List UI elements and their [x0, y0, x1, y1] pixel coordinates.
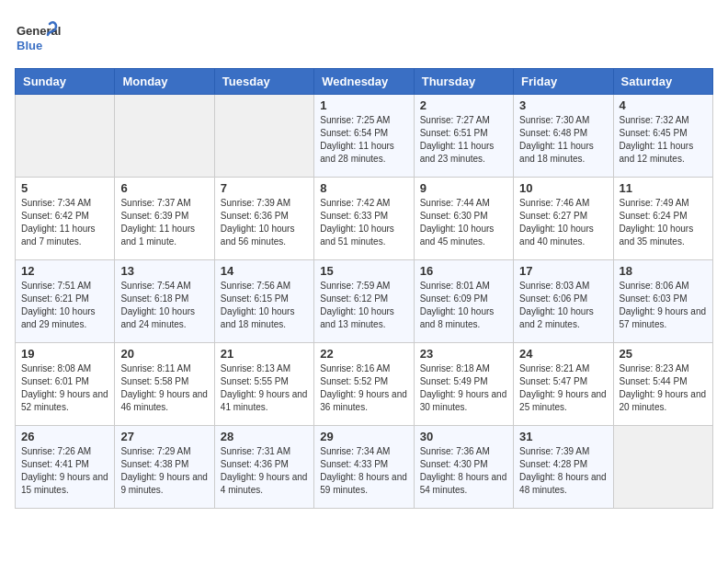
day-number: 3	[519, 98, 607, 112]
day-info: Sunrise: 7:42 AMSunset: 6:33 PMDaylight:…	[320, 197, 407, 248]
day-cell: 27Sunrise: 7:29 AMSunset: 4:38 PMDayligh…	[115, 426, 214, 509]
day-cell: 18Sunrise: 8:06 AMSunset: 6:03 PMDayligh…	[613, 260, 712, 343]
day-number: 1	[320, 98, 407, 112]
day-number: 20	[120, 347, 208, 361]
day-cell: 1Sunrise: 7:25 AMSunset: 6:54 PMDaylight…	[314, 95, 414, 178]
day-info: Sunrise: 7:37 AMSunset: 6:39 PMDaylight:…	[120, 197, 208, 248]
logo-svg: General Blue	[15, 15, 61, 61]
day-info: Sunrise: 7:32 AMSunset: 6:45 PMDaylight:…	[620, 114, 707, 166]
column-header-monday: Monday	[115, 69, 214, 95]
week-row-5: 26Sunrise: 7:26 AMSunset: 4:41 PMDayligh…	[16, 426, 713, 509]
day-info: Sunrise: 7:59 AMSunset: 6:12 PMDaylight:…	[320, 280, 407, 331]
day-cell	[214, 95, 313, 178]
week-row-2: 5Sunrise: 7:34 AMSunset: 6:42 PMDaylight…	[16, 178, 713, 260]
day-info: Sunrise: 7:39 AMSunset: 4:28 PMDaylight:…	[519, 445, 607, 497]
day-number: 29	[320, 430, 407, 443]
day-info: Sunrise: 7:26 AMSunset: 4:41 PMDaylight:…	[21, 445, 108, 497]
day-info: Sunrise: 7:46 AMSunset: 6:27 PMDaylight:…	[519, 197, 607, 248]
week-row-4: 19Sunrise: 8:08 AMSunset: 6:01 PMDayligh…	[16, 343, 713, 426]
column-header-thursday: Thursday	[414, 69, 513, 95]
day-number: 9	[420, 181, 507, 195]
day-number: 16	[420, 264, 507, 278]
day-info: Sunrise: 7:30 AMSunset: 6:48 PMDaylight:…	[519, 114, 607, 166]
day-cell: 26Sunrise: 7:26 AMSunset: 4:41 PMDayligh…	[16, 426, 115, 509]
day-info: Sunrise: 7:36 AMSunset: 4:30 PMDaylight:…	[420, 445, 507, 497]
day-info: Sunrise: 7:54 AMSunset: 6:18 PMDaylight:…	[120, 280, 208, 331]
day-number: 23	[420, 347, 507, 361]
day-number: 4	[620, 98, 707, 112]
day-cell: 3Sunrise: 7:30 AMSunset: 6:48 PMDaylight…	[514, 95, 613, 178]
day-cell: 16Sunrise: 8:01 AMSunset: 6:09 PMDayligh…	[414, 260, 513, 343]
column-header-friday: Friday	[514, 69, 613, 95]
day-cell	[115, 95, 214, 178]
day-number: 22	[320, 347, 407, 361]
day-cell: 13Sunrise: 7:54 AMSunset: 6:18 PMDayligh…	[115, 260, 214, 343]
column-header-sunday: Sunday	[16, 69, 115, 95]
day-number: 30	[420, 430, 507, 443]
day-info: Sunrise: 8:16 AMSunset: 5:52 PMDaylight:…	[320, 362, 407, 414]
day-cell: 28Sunrise: 7:31 AMSunset: 4:36 PMDayligh…	[214, 426, 313, 509]
day-cell: 4Sunrise: 7:32 AMSunset: 6:45 PMDaylight…	[613, 95, 712, 178]
day-info: Sunrise: 7:34 AMSunset: 4:33 PMDaylight:…	[320, 445, 407, 497]
day-cell: 10Sunrise: 7:46 AMSunset: 6:27 PMDayligh…	[514, 178, 613, 260]
day-info: Sunrise: 7:27 AMSunset: 6:51 PMDaylight:…	[420, 114, 507, 166]
calendar-header-row: SundayMondayTuesdayWednesdayThursdayFrid…	[16, 69, 713, 95]
day-cell: 25Sunrise: 8:23 AMSunset: 5:44 PMDayligh…	[613, 343, 712, 426]
day-info: Sunrise: 8:21 AMSunset: 5:47 PMDaylight:…	[519, 362, 607, 414]
logo: General Blue	[15, 15, 61, 61]
day-info: Sunrise: 7:31 AMSunset: 4:36 PMDaylight:…	[221, 445, 308, 497]
day-cell: 20Sunrise: 8:11 AMSunset: 5:58 PMDayligh…	[115, 343, 214, 426]
day-cell: 19Sunrise: 8:08 AMSunset: 6:01 PMDayligh…	[16, 343, 115, 426]
page-header: General Blue	[15, 15, 713, 61]
day-cell: 2Sunrise: 7:27 AMSunset: 6:51 PMDaylight…	[414, 95, 513, 178]
day-cell: 12Sunrise: 7:51 AMSunset: 6:21 PMDayligh…	[16, 260, 115, 343]
day-number: 11	[620, 181, 707, 195]
day-cell: 17Sunrise: 8:03 AMSunset: 6:06 PMDayligh…	[514, 260, 613, 343]
day-cell	[16, 95, 115, 178]
day-cell: 6Sunrise: 7:37 AMSunset: 6:39 PMDaylight…	[115, 178, 214, 260]
day-info: Sunrise: 8:13 AMSunset: 5:55 PMDaylight:…	[221, 362, 308, 414]
day-cell: 11Sunrise: 7:49 AMSunset: 6:24 PMDayligh…	[613, 178, 712, 260]
day-info: Sunrise: 7:49 AMSunset: 6:24 PMDaylight:…	[620, 197, 707, 248]
day-number: 14	[221, 264, 308, 278]
day-number: 31	[519, 430, 607, 443]
day-cell: 22Sunrise: 8:16 AMSunset: 5:52 PMDayligh…	[314, 343, 414, 426]
day-number: 24	[519, 347, 607, 361]
day-info: Sunrise: 8:01 AMSunset: 6:09 PMDaylight:…	[420, 280, 507, 331]
day-info: Sunrise: 8:06 AMSunset: 6:03 PMDaylight:…	[620, 280, 707, 331]
day-cell: 8Sunrise: 7:42 AMSunset: 6:33 PMDaylight…	[314, 178, 414, 260]
day-info: Sunrise: 8:23 AMSunset: 5:44 PMDaylight:…	[620, 362, 707, 414]
day-cell: 31Sunrise: 7:39 AMSunset: 4:28 PMDayligh…	[514, 426, 613, 509]
column-header-tuesday: Tuesday	[214, 69, 313, 95]
calendar-table: SundayMondayTuesdayWednesdayThursdayFrid…	[15, 68, 713, 509]
day-number: 19	[21, 347, 108, 361]
week-row-3: 12Sunrise: 7:51 AMSunset: 6:21 PMDayligh…	[16, 260, 713, 343]
day-cell: 23Sunrise: 8:18 AMSunset: 5:49 PMDayligh…	[414, 343, 513, 426]
day-number: 10	[519, 181, 607, 195]
day-cell: 24Sunrise: 8:21 AMSunset: 5:47 PMDayligh…	[514, 343, 613, 426]
day-cell: 29Sunrise: 7:34 AMSunset: 4:33 PMDayligh…	[314, 426, 414, 509]
day-number: 7	[221, 181, 308, 195]
day-number: 21	[221, 347, 308, 361]
day-cell: 9Sunrise: 7:44 AMSunset: 6:30 PMDaylight…	[414, 178, 513, 260]
day-info: Sunrise: 7:39 AMSunset: 6:36 PMDaylight:…	[221, 197, 308, 248]
day-info: Sunrise: 7:29 AMSunset: 4:38 PMDaylight:…	[120, 445, 208, 497]
day-number: 15	[320, 264, 407, 278]
day-info: Sunrise: 8:18 AMSunset: 5:49 PMDaylight:…	[420, 362, 507, 414]
day-number: 26	[21, 430, 108, 443]
day-number: 12	[21, 264, 108, 278]
column-header-wednesday: Wednesday	[314, 69, 414, 95]
week-row-1: 1Sunrise: 7:25 AMSunset: 6:54 PMDaylight…	[16, 95, 713, 178]
svg-text:Blue: Blue	[17, 39, 42, 52]
day-cell: 7Sunrise: 7:39 AMSunset: 6:36 PMDaylight…	[214, 178, 313, 260]
day-info: Sunrise: 7:34 AMSunset: 6:42 PMDaylight:…	[21, 197, 108, 248]
day-cell: 14Sunrise: 7:56 AMSunset: 6:15 PMDayligh…	[214, 260, 313, 343]
day-number: 25	[620, 347, 707, 361]
day-number: 28	[221, 430, 308, 443]
day-number: 2	[420, 98, 507, 112]
day-info: Sunrise: 7:44 AMSunset: 6:30 PMDaylight:…	[420, 197, 507, 248]
day-cell	[613, 426, 712, 509]
column-header-saturday: Saturday	[613, 69, 712, 95]
day-info: Sunrise: 7:51 AMSunset: 6:21 PMDaylight:…	[21, 280, 108, 331]
day-info: Sunrise: 7:56 AMSunset: 6:15 PMDaylight:…	[221, 280, 308, 331]
